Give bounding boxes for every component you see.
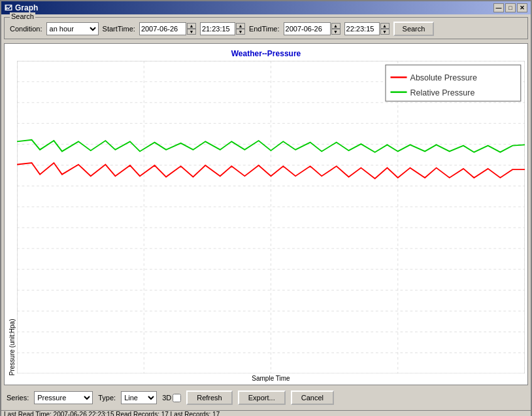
chart-inner: 1,050 1,040 1,030 1,020 1,010 1,000 990 …: [17, 61, 525, 375]
start-date-spinners: ▲ ▼: [187, 23, 196, 35]
x-axis-label: Sample Time: [17, 375, 525, 382]
series-select[interactable]: Pressure Temperature Humidity: [34, 391, 93, 404]
window-icon: 🗠: [5, 3, 12, 12]
window-content: Search Condition: an hour a day a week a…: [1, 14, 531, 410]
condition-label: Condition:: [10, 25, 42, 33]
end-date-down[interactable]: ▼: [331, 29, 341, 35]
search-group: Search Condition: an hour a day a week a…: [4, 17, 528, 39]
export-button[interactable]: Export...: [238, 390, 286, 405]
chart-svg: 1,050 1,040 1,030 1,020 1,010 1,000 990 …: [17, 61, 525, 373]
start-time-spinners: ▲ ▼: [236, 23, 245, 35]
type-select[interactable]: Line Bar Scatter: [121, 391, 157, 404]
condition-select[interactable]: an hour a day a week a month: [46, 22, 99, 35]
chart-container: Pressure (unit:Hpa): [7, 61, 525, 375]
end-date-spinners: ▲ ▼: [331, 23, 341, 35]
svg-text:Absolute Pressure: Absolute Pressure: [410, 73, 477, 82]
end-time-input[interactable]: [344, 22, 380, 35]
svg-rect-0: [17, 61, 525, 373]
start-date-up[interactable]: ▲: [187, 23, 196, 29]
title-bar-controls: — □ ✕: [493, 3, 527, 12]
search-button[interactable]: Search: [393, 22, 435, 36]
start-time-up[interactable]: ▲: [236, 23, 245, 29]
minimize-button[interactable]: —: [493, 3, 504, 12]
3d-checkbox[interactable]: [173, 394, 181, 402]
y-axis-label: Pressure (unit:Hpa): [7, 61, 17, 375]
close-button[interactable]: ✕: [517, 3, 527, 12]
window-title: Graph: [15, 3, 38, 12]
end-time-spinners: ▲ ▼: [380, 23, 390, 35]
start-time-label: StartTime:: [103, 25, 135, 33]
start-date-down[interactable]: ▼: [187, 29, 196, 35]
end-date-spinbox: ▲ ▼: [284, 22, 341, 35]
search-group-label: Search: [10, 12, 35, 20]
end-time-down[interactable]: ▼: [380, 29, 390, 35]
chart-area: Weather--Pressure Pressure (unit:Hpa): [4, 43, 528, 385]
type-label: Type:: [98, 394, 116, 402]
refresh-button[interactable]: Refresh: [186, 390, 233, 405]
title-bar-left: 🗠 Graph: [5, 3, 38, 12]
maximize-button[interactable]: □: [505, 3, 516, 12]
status-text: Last Read Time: 2007-06-26 22:23:15 Read…: [4, 411, 220, 416]
start-time-input[interactable]: [200, 22, 235, 35]
end-date-input[interactable]: [284, 22, 331, 35]
start-time-down[interactable]: ▼: [236, 29, 245, 35]
main-window: 🗠 Graph — □ ✕ Search Condition: an hour …: [0, 0, 532, 416]
start-time-spinbox: ▲ ▼: [200, 22, 245, 35]
series-label: Series:: [7, 394, 29, 402]
start-date-input[interactable]: [139, 22, 186, 35]
3d-label[interactable]: 3D: [162, 394, 181, 402]
bottom-bar: Series: Pressure Temperature Humidity Ty…: [4, 388, 528, 407]
svg-text:Relative Pressure: Relative Pressure: [410, 88, 475, 97]
3d-text: 3D: [162, 394, 171, 402]
start-date-spinbox: ▲ ▼: [139, 22, 196, 35]
title-bar: 🗠 Graph — □ ✕: [1, 1, 531, 14]
end-time-spinbox: ▲ ▼: [344, 22, 390, 35]
status-bar: Last Read Time: 2007-06-26 22:23:15 Read…: [1, 410, 531, 416]
end-date-up[interactable]: ▲: [331, 23, 341, 29]
cancel-button[interactable]: Cancel: [291, 390, 334, 405]
chart-title: Weather--Pressure: [7, 49, 525, 58]
chart-svg-area: 1,050 1,040 1,030 1,020 1,010 1,000 990 …: [17, 61, 525, 373]
end-time-up[interactable]: ▲: [380, 23, 390, 29]
search-row: Condition: an hour a day a week a month …: [10, 22, 522, 36]
end-time-label: EndTime:: [249, 25, 280, 33]
